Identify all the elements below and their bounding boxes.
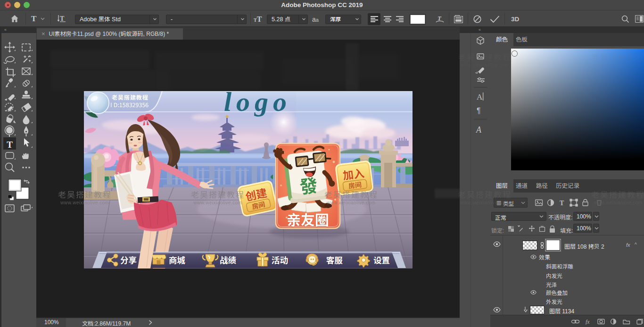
svg-text:T: T bbox=[7, 140, 13, 150]
svg-text:I D:158329356: I D:158329356 bbox=[110, 100, 149, 109]
svg-text:A: A bbox=[476, 125, 482, 134]
svg-text:fx: fx bbox=[586, 319, 590, 325]
svg-text:logo: logo bbox=[224, 91, 291, 117]
svg-text:T: T bbox=[560, 200, 564, 207]
svg-text:亲友圈: 亲友圈 bbox=[287, 209, 329, 229]
svg-text:房间: 房间 bbox=[348, 179, 362, 190]
svg-text:¶: ¶ bbox=[477, 107, 481, 115]
svg-text:T: T bbox=[60, 15, 65, 22]
svg-text:活动: 活动 bbox=[272, 254, 288, 266]
svg-text:设置: 设置 bbox=[373, 254, 390, 266]
svg-text:商城: 商城 bbox=[169, 254, 185, 266]
svg-text:客服: 客服 bbox=[326, 254, 343, 266]
svg-text:A: A bbox=[477, 92, 483, 101]
svg-text:分享: 分享 bbox=[120, 254, 137, 266]
svg-text:战绩: 战绩 bbox=[220, 254, 236, 266]
